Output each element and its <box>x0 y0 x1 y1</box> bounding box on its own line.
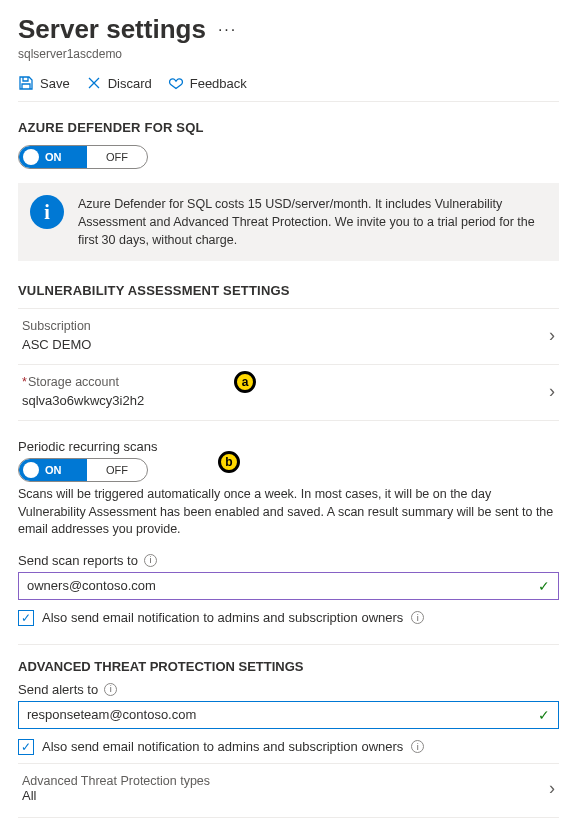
chevron-right-icon: › <box>549 325 555 346</box>
send-reports-label: Send scan reports to <box>18 553 138 568</box>
send-alerts-input[interactable]: responseteam@contoso.com ✓ <box>18 701 559 729</box>
info-hint-icon[interactable]: i <box>104 683 117 696</box>
va-also-email-label: Also send email notification to admins a… <box>42 610 403 625</box>
discard-button[interactable]: Discard <box>86 75 152 91</box>
discard-label: Discard <box>108 76 152 91</box>
feedback-icon <box>168 75 184 91</box>
atp-types-value: All <box>22 788 210 803</box>
more-actions-icon[interactable]: ··· <box>218 21 237 39</box>
chevron-right-icon: › <box>549 778 555 799</box>
atp-also-email-label: Also send email notification to admins a… <box>42 739 403 754</box>
defender-toggle-off: OFF <box>87 151 147 163</box>
periodic-scans-label: Periodic recurring scans <box>18 439 157 454</box>
save-icon <box>18 75 34 91</box>
send-alerts-label: Send alerts to <box>18 682 98 697</box>
save-button[interactable]: Save <box>18 75 70 91</box>
defender-heading: AZURE DEFENDER FOR SQL <box>18 120 559 135</box>
subscription-value: ASC DEMO <box>22 337 91 352</box>
info-text: Azure Defender for SQL costs 15 USD/serv… <box>78 195 547 249</box>
check-icon: ✓ <box>538 578 550 594</box>
discard-icon <box>86 75 102 91</box>
periodic-toggle-off: OFF <box>87 464 147 476</box>
command-bar: Save Discard Feedback <box>18 75 559 102</box>
send-reports-input[interactable]: owners@contoso.com ✓ <box>18 572 559 600</box>
info-hint-icon[interactable]: i <box>144 554 157 567</box>
save-label: Save <box>40 76 70 91</box>
info-hint-icon[interactable]: i <box>411 611 424 624</box>
defender-toggle-on: ON <box>45 151 62 163</box>
periodic-scans-toggle[interactable]: ON OFF <box>18 458 148 482</box>
atp-types-label: Advanced Threat Protection types <box>22 774 210 788</box>
storage-label: *Storage account <box>22 375 144 389</box>
info-icon: i <box>30 195 64 229</box>
subscription-label: Subscription <box>22 319 91 333</box>
subscription-row[interactable]: Subscription ASC DEMO › <box>18 308 559 364</box>
periodic-toggle-on: ON <box>45 464 62 476</box>
info-hint-icon[interactable]: i <box>411 740 424 753</box>
info-banner: i Azure Defender for SQL costs 15 USD/se… <box>18 183 559 261</box>
feedback-button[interactable]: Feedback <box>168 75 247 91</box>
send-alerts-value: responseteam@contoso.com <box>27 707 196 722</box>
atp-heading: ADVANCED THREAT PROTECTION SETTINGS <box>18 644 559 674</box>
atp-also-email-checkbox[interactable]: ✓ <box>18 739 34 755</box>
annotation-marker-a: a <box>234 371 256 393</box>
atp-types-row[interactable]: Advanced Threat Protection types All › <box>18 763 559 818</box>
feedback-label: Feedback <box>190 76 247 91</box>
defender-toggle[interactable]: ON OFF <box>18 145 148 169</box>
send-reports-value: owners@contoso.com <box>27 578 156 593</box>
chevron-right-icon: › <box>549 381 555 402</box>
storage-value: sqlva3o6wkwcy3i2h2 <box>22 393 144 408</box>
storage-account-row[interactable]: *Storage account sqlva3o6wkwcy3i2h2 › a <box>18 364 559 421</box>
page-title: Server settings <box>18 14 206 45</box>
annotation-marker-b: b <box>218 451 240 473</box>
periodic-scans-description: Scans will be triggered automatically on… <box>18 486 559 539</box>
check-icon: ✓ <box>538 707 550 723</box>
va-also-email-checkbox[interactable]: ✓ <box>18 610 34 626</box>
va-heading: VULNERABILITY ASSESSMENT SETTINGS <box>18 283 559 298</box>
server-name-subtitle: sqlserver1ascdemo <box>18 47 559 61</box>
